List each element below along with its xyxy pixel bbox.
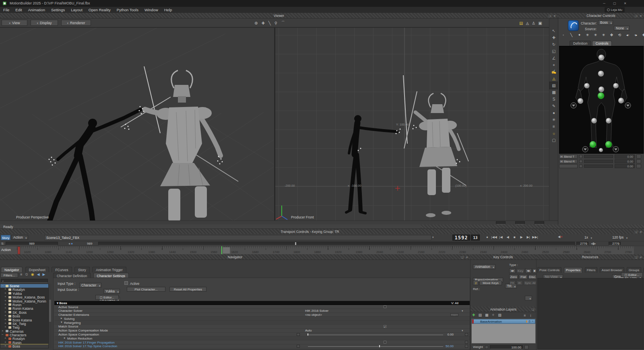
- property-checkbox[interactable]: ✓: [384, 325, 386, 328]
- expander-icon[interactable]: +: [2, 329, 4, 333]
- navigator-tab[interactable]: Navigator: [1, 267, 23, 272]
- discontinuity-button[interactable]: Disc.: [528, 274, 537, 279]
- ik-blend-value[interactable]: 0.00: [615, 159, 635, 163]
- rotate-icon[interactable]: ↻: [549, 41, 558, 48]
- translate-icon[interactable]: ✚: [549, 34, 558, 41]
- take-field[interactable]: Scene13_Take2_FBX: [44, 235, 431, 240]
- expander-icon[interactable]: +: [4, 321, 6, 325]
- take-dropdown-icon[interactable]: ▾: [432, 236, 434, 239]
- cube-icon[interactable]: ▧: [549, 82, 558, 89]
- resources-editor-button[interactable]: ◻ Editor...: [621, 272, 643, 277]
- property-value[interactable]: 50.00: [446, 344, 454, 348]
- menu-item[interactable]: Help: [164, 8, 172, 12]
- tree-item[interactable]: + Boss: [0, 314, 48, 318]
- ik-blend-slider[interactable]: [584, 165, 613, 168]
- property-row[interactable]: ▸ Solving ▾ …: [54, 317, 470, 321]
- end-frame-field[interactable]: 2776: [576, 242, 588, 245]
- resources-tab[interactable]: Filters: [585, 267, 598, 273]
- range-box-2[interactable]: [515, 221, 525, 224]
- marquee-icon[interactable]: ▢: [549, 137, 558, 144]
- tree-item[interactable]: − Characters: [0, 333, 48, 337]
- property-row[interactable]: ▸ Motion Reduction ▾ …: [54, 336, 470, 340]
- tree-item[interactable]: + SK_Twig: [0, 322, 48, 325]
- property-slider[interactable]: [308, 346, 443, 347]
- transport-titlebar[interactable]: Transport Controls - Keying Group: TR ❏ …: [0, 229, 644, 235]
- expander-icon[interactable]: +: [4, 314, 6, 317]
- layers-icon[interactable]: ≡: [549, 123, 558, 130]
- maximize-button[interactable]: ▢: [609, 0, 620, 7]
- layer-menu-icon[interactable]: ≡: [524, 313, 526, 317]
- expander-icon[interactable]: +: [4, 318, 6, 321]
- resources-tab[interactable]: Properties: [564, 267, 582, 273]
- input-type-select[interactable]: Character: [79, 283, 101, 288]
- character-controls-titlebar[interactable]: Character Controls ❏ ✕: [558, 13, 644, 19]
- expander-icon[interactable]: +: [4, 306, 6, 310]
- timeline[interactable]: Action 1020 1080 1140 1200 1260 1320 138…: [0, 246, 644, 254]
- play-button[interactable]: ▶: [518, 235, 525, 240]
- tree-item[interactable]: + Yukka: [0, 292, 48, 295]
- frame-counter[interactable]: 1592: [452, 235, 470, 241]
- ruler-icon[interactable]: ◬: [549, 75, 558, 82]
- tree-item[interactable]: + Cameras: [0, 329, 48, 333]
- key-toggle-right[interactable]: [465, 333, 468, 336]
- close-icon[interactable]: ✕: [640, 231, 643, 233]
- slider-thumb[interactable]: [379, 345, 380, 348]
- prev-pose-icon[interactable]: ◂◦: [625, 33, 630, 37]
- navigator-titlebar[interactable]: Navigator ❏ ✕: [0, 254, 470, 260]
- end-frame-field-2[interactable]: 2776: [609, 242, 621, 245]
- layer-options-icon[interactable]: ⁝: [530, 313, 531, 317]
- viewer-titlebar[interactable]: Viewer ❏ ✕: [0, 13, 558, 19]
- ik-blend-button[interactable]: [636, 164, 641, 168]
- tree-item[interactable]: + Ronin: [0, 341, 48, 344]
- key-toggle-right[interactable]: [465, 341, 468, 344]
- active-checkbox[interactable]: [124, 281, 128, 285]
- user-chip[interactable]: Leja Mu: [605, 7, 625, 12]
- property-row[interactable]: Action Space Compensation Mode Auto ▾ …: [54, 329, 470, 333]
- shear-icon[interactable]: ∠: [549, 55, 558, 62]
- ik-blend-button[interactable]: [636, 159, 641, 163]
- expander-icon[interactable]: +: [4, 291, 6, 295]
- stick-icon[interactable]: ╲: [569, 33, 574, 37]
- view-button[interactable]: View: [2, 20, 27, 26]
- expander-icon[interactable]: −: [2, 284, 4, 287]
- safe-frame-icon[interactable]: ◬: [526, 21, 529, 25]
- minimize-button[interactable]: ─: [599, 0, 609, 7]
- key-toggle-right[interactable]: [465, 345, 468, 348]
- property-table-header[interactable]: ▾ Boss V: All: [54, 301, 470, 305]
- move-keys-button[interactable]: Move Keys: [479, 280, 502, 285]
- dropdown-icon[interactable]: ▾: [462, 329, 463, 332]
- camera-person-icon[interactable]: ♙: [532, 21, 535, 25]
- expander-icon[interactable]: +: [4, 303, 6, 306]
- ik-blend-button[interactable]: [636, 154, 641, 159]
- fk-button[interactable]: FK: [509, 280, 516, 285]
- key-group-select[interactable]: Animation: [473, 264, 495, 269]
- start-frame-field[interactable]: 989: [6, 242, 58, 245]
- expander-icon[interactable]: +: [4, 344, 6, 348]
- clean-layer-icon[interactable]: ✧: [492, 313, 495, 317]
- menu-item[interactable]: Window: [144, 8, 158, 12]
- merge-layers-icon[interactable]: ▧: [498, 313, 502, 317]
- menu-item[interactable]: Settings: [51, 8, 65, 12]
- resources-tab[interactable]: Groups: [627, 267, 641, 273]
- star-filter-icon[interactable]: ✩: [25, 272, 28, 276]
- viewport-perspective[interactable]: Producer Perspective: [0, 27, 274, 220]
- plot-character-button[interactable]: Plot Character...: [127, 287, 165, 292]
- float-icon[interactable]: ❏: [532, 308, 535, 311]
- weight-key-toggle[interactable]: [485, 346, 488, 349]
- skeleton-dim-icon[interactable]: ✳: [601, 33, 606, 37]
- display-mode-icon[interactable]: ▤: [519, 21, 523, 25]
- weight-field[interactable]: 100.00: [490, 345, 523, 349]
- property-value[interactable]: <no object>: [305, 313, 322, 317]
- filters-button[interactable]: Filters...: [0, 273, 18, 278]
- next-key-button[interactable]: ●▶: [525, 268, 532, 273]
- skeleton-icon[interactable]: ✳: [549, 116, 558, 123]
- range-box-1[interactable]: [496, 221, 506, 224]
- tree-item[interactable]: + SK_Boss: [0, 311, 48, 314]
- key-icon-button[interactable]: ⚷: [473, 280, 479, 285]
- arc-icon[interactable]: ⌒: [281, 20, 285, 26]
- close-icon[interactable]: ✕: [466, 256, 469, 259]
- property-row[interactable]: HIK 2016 Solver 17.Finger Propagation ▾ …: [54, 340, 470, 344]
- key-toggle[interactable]: [579, 160, 582, 163]
- samurai-figure-front[interactable]: [415, 93, 459, 217]
- ik-blend-value[interactable]: 0.00: [615, 164, 635, 168]
